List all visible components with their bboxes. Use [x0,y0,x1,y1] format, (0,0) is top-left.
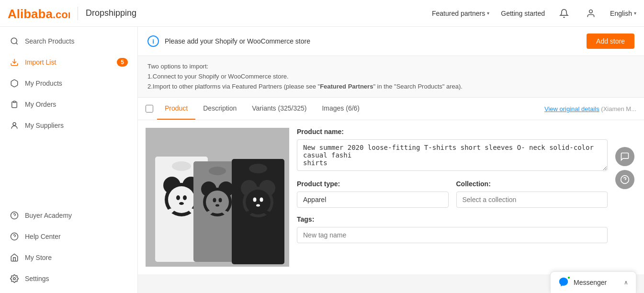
sidebar-item-buyer-academy[interactable]: Buyer Academy [0,205,137,226]
product-type-col: Product type: [297,180,449,208]
getting-started-nav[interactable]: Getting started [501,10,545,17]
tags-row: Tags: [297,215,608,243]
info-bold: Featured Partners [320,83,373,90]
academy-icon [10,211,19,220]
svg-point-37 [249,164,267,173]
search-icon [10,36,19,46]
product-select-checkbox[interactable] [146,105,153,113]
svg-point-32 [219,198,222,203]
product-type-input[interactable] [297,192,449,208]
sidebar-item-my-store[interactable]: My Store [0,247,137,268]
sidebar-item-my-suppliers[interactable]: My Suppliers [0,115,137,136]
view-original-link[interactable]: View original details [544,105,599,113]
product-image [146,128,289,267]
info-icon: i [147,35,159,47]
sidebar-item-search-products[interactable]: Search Products [0,31,137,52]
sidebar-item-my-products[interactable]: My Products [0,73,137,94]
svg-point-12 [13,278,16,280]
product-collection-col: Collection: [456,180,608,208]
notifications-button[interactable] [556,6,572,21]
svg-point-33 [215,204,219,207]
main-layout: Search Products Import List 5 [0,27,644,293]
svg-point-7 [13,123,16,125]
svg-point-26 [209,167,226,175]
help-float-icon [620,175,630,184]
add-store-button[interactable]: Add store [587,34,634,49]
view-original-extra: (Xiamen M... [599,105,636,113]
svg-point-31 [213,198,216,203]
tags-input[interactable] [297,227,608,243]
svg-point-15 [172,161,191,171]
svg-point-20 [176,195,180,200]
getting-started-label: Getting started [501,10,545,17]
info-banner: Two options to import: 1.Connect to your… [138,56,644,98]
language-label: English [610,10,632,17]
settings-icon [10,274,19,283]
product-name-label: Product name: [297,128,608,135]
help-icon [10,232,19,241]
sidebar-item-my-orders[interactable]: My Orders [0,94,137,115]
svg-line-4 [16,43,17,44]
svg-point-21 [183,195,187,200]
tab-images[interactable]: Images (6/6) [314,98,367,120]
product-type-collection-row: Product type: Collection: [297,180,608,208]
logo[interactable]: Alibaba .com [8,5,70,22]
alibaba-logo-svg: Alibaba .com [8,5,70,22]
float-buttons [615,128,636,267]
import-icon [10,57,19,67]
featured-partners-nav[interactable]: Featured partners ▾ [432,10,489,17]
sidebar-buyer-academy-label: Buyer Academy [25,212,72,219]
info-line2: 1.Connect to your Shopify or WooCommerce… [147,73,289,80]
orders-icon [10,100,19,109]
language-selector[interactable]: English ▾ [610,10,636,17]
info-line3-pre: 2.Import to other platforms via Featured… [147,83,320,90]
header-app-title: Dropshipping [86,8,136,18]
sidebar-help-label: Help Center [25,233,61,240]
product-image-svg [146,128,289,267]
sidebar-myorders-label: My Orders [25,101,56,108]
header-nav: Featured partners ▾ Getting started Engl… [432,6,636,21]
suppliers-icon [10,121,19,130]
user-button[interactable] [583,6,599,21]
svg-point-3 [11,38,17,44]
product-tabs: Product Description Variants (325/325) I… [138,98,644,120]
svg-point-22 [179,202,184,205]
svg-text:Alibaba: Alibaba [8,7,53,21]
messenger-icon [558,277,570,288]
chat-support-button[interactable] [615,147,634,166]
help-float-button[interactable] [615,170,634,189]
sidebar-search-label: Search Products [25,37,75,45]
alert-message: Please add your Shopify or WooCommerce s… [165,37,581,45]
tab-description[interactable]: Description [195,98,244,120]
sidebar-item-settings[interactable]: Settings [0,268,137,289]
sidebar-mysuppliers-label: My Suppliers [25,122,64,129]
sidebar: Search Products Import List 5 [0,27,138,293]
chat-icon [620,152,630,161]
user-icon [586,9,596,18]
sidebar-mystore-label: My Store [25,254,52,261]
sidebar-item-import-list[interactable]: Import List 5 [0,52,137,73]
sidebar-myproducts-label: My Products [25,79,62,87]
info-line3-post: " in the "Search Products" area). [373,83,463,90]
tab-product[interactable]: Product [157,98,195,120]
collection-input[interactable] [456,192,608,208]
svg-point-2 [589,10,593,13]
info-line1: Two options to import: [147,63,208,70]
svg-point-30 [206,191,229,214]
product-content: Product name: New summer 2020 loose-fitt… [138,120,644,274]
language-chevron: ▾ [634,11,636,16]
product-name-row: Product name: New summer 2020 loose-fitt… [297,128,608,172]
sidebar-item-help-center[interactable]: Help Center [0,226,137,247]
featured-partners-chevron: ▾ [487,11,489,16]
store-icon [10,253,19,262]
product-name-input[interactable]: New summer 2020 loose-fitting T-shirts s… [297,139,608,171]
sidebar-import-label: Import List [25,58,56,66]
svg-text:.com: .com [53,9,70,21]
import-list-badge: 5 [117,58,128,67]
tab-variants[interactable]: Variants (325/325) [244,98,314,120]
header: Alibaba .com Dropshipping Featured partn… [0,0,644,27]
main-content: i Please add your Shopify or WooCommerce… [138,27,644,293]
messenger-bar[interactable]: Messenger ∧ [550,271,636,293]
alert-bar: i Please add your Shopify or WooCommerce… [138,27,644,56]
messenger-chevron-icon: ∧ [624,279,628,286]
